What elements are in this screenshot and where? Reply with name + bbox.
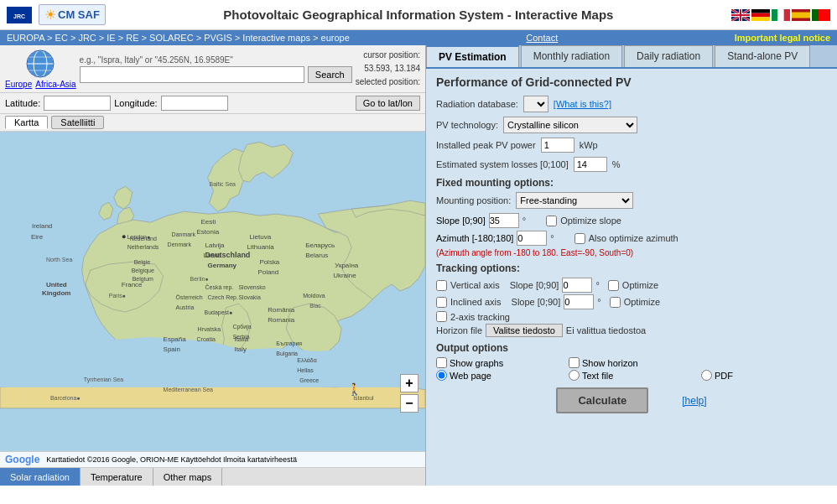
- show-graphs-option[interactable]: Show graphs: [436, 357, 562, 368]
- radiation-db-select[interactable]: [523, 96, 548, 112]
- svg-text:Ukraine: Ukraine: [333, 272, 356, 279]
- zoom-out-button[interactable]: −: [400, 394, 418, 413]
- svg-text:Barcelona●: Barcelona●: [50, 395, 81, 401]
- it-flag-icon: [772, 9, 790, 21]
- mounting-position-label: Mounting position:: [436, 195, 511, 205]
- horizon-file-button[interactable]: Valitse tiedosto: [486, 324, 563, 337]
- optimize-v-checkbox[interactable]: [608, 280, 619, 291]
- flag-icons: [731, 9, 830, 21]
- installed-peak-row: Installed peak PV power kWp: [436, 138, 827, 153]
- tab-pv-estimation[interactable]: PV Estimation: [426, 45, 519, 67]
- svg-point-87: [122, 235, 126, 238]
- legal-link[interactable]: Important legal notice: [735, 33, 830, 43]
- azimuth-note: (Azimuth angle from -180 to 180. East=-9…: [436, 248, 827, 257]
- africa-asia-link[interactable]: Africa-Asia: [35, 80, 75, 89]
- show-graphs-checkbox[interactable]: [436, 357, 447, 368]
- contact-link[interactable]: Contact: [526, 33, 558, 43]
- output-options: Show graphs Show horizon Web page Text f…: [436, 357, 827, 381]
- text-file-option[interactable]: Text file: [569, 370, 694, 381]
- two-axis-checkbox[interactable]: [436, 311, 447, 322]
- tab-temperature[interactable]: Temperature: [81, 468, 153, 486]
- map-attribution: Google Karttatiedot ©2016 Google, ORION-…: [0, 451, 425, 467]
- vertical-axis-row: Vertical axis Slope [0;90] ° Optimize: [436, 278, 827, 293]
- svg-text:Latvia: Latvia: [204, 252, 222, 259]
- tab-solar-radiation[interactable]: Solar radiation: [0, 468, 81, 486]
- mounting-position-select[interactable]: Free-standing: [516, 192, 633, 209]
- svg-text:North Sea: North Sea: [46, 257, 73, 262]
- calculate-button[interactable]: Calculate: [556, 387, 648, 413]
- latitude-input[interactable]: [44, 96, 111, 111]
- search-input[interactable]: [80, 66, 304, 83]
- goto-button[interactable]: Go to lat/lon: [356, 96, 420, 111]
- search-hint: e.g., "Ispra, Italy" or "45.256N, 16.958…: [80, 55, 352, 65]
- slope-row: Slope [0;90] ° Optimize slope: [436, 213, 827, 228]
- svg-text:Czech Rep.: Czech Rep.: [208, 294, 238, 301]
- show-horizon-option[interactable]: Show horizon: [569, 357, 694, 368]
- pdf-option[interactable]: PDF: [701, 370, 827, 381]
- installed-peak-input[interactable]: [541, 138, 574, 153]
- inclined-axis-label: Inclined axis: [450, 297, 502, 307]
- slope-input[interactable]: [489, 213, 519, 228]
- slope-v-label: Slope [0;90]: [510, 280, 559, 290]
- svg-text:Germany: Germany: [208, 262, 237, 269]
- optimize-slope-checkbox[interactable]: [546, 216, 557, 226]
- svg-text:Poland: Poland: [257, 268, 278, 276]
- vertical-axis-label: Vertical axis: [450, 280, 500, 290]
- search-field-area: e.g., "Ispra, Italy" or "45.256N, 16.958…: [80, 55, 352, 83]
- eu-flag: JRC: [7, 7, 32, 23]
- horizon-row: Horizon file Valitse tiedosto Ei valittu…: [436, 324, 827, 337]
- horizon-file-label: Horizon file: [436, 325, 482, 335]
- svg-text:Polska: Polska: [259, 258, 279, 266]
- optimize-i-checkbox[interactable]: [610, 297, 621, 308]
- svg-text:Croatia: Croatia: [197, 336, 216, 342]
- system-losses-row: Estimated system losses [0;100] %: [436, 157, 827, 172]
- tab-standalone-pv[interactable]: Stand-alone PV: [715, 45, 810, 67]
- what-is-this-link[interactable]: [What is this?]: [554, 99, 611, 109]
- show-graphs-label: Show graphs: [450, 358, 503, 368]
- text-file-radio[interactable]: [569, 370, 580, 381]
- inclined-axis-checkbox[interactable]: [436, 297, 447, 308]
- svg-text:Eire: Eire: [31, 233, 44, 241]
- mounting-position-row: Mounting position: Free-standing: [436, 192, 827, 209]
- tab-satelliitti[interactable]: Satelliitti: [51, 116, 104, 129]
- pdf-radio[interactable]: [701, 370, 712, 381]
- tab-other-maps[interactable]: Other maps: [153, 468, 222, 486]
- system-losses-input[interactable]: [574, 157, 607, 172]
- optimize-azimuth-checkbox[interactable]: [574, 233, 585, 244]
- svg-text:Paris●: Paris●: [109, 293, 126, 299]
- pv-technology-select[interactable]: Crystalline silicon: [503, 117, 637, 133]
- azimuth-unit: °: [550, 233, 554, 243]
- search-button[interactable]: Search: [308, 66, 352, 83]
- map-svg: United Kingdom France España Spain Deuts…: [0, 132, 425, 467]
- slope-i-input[interactable]: [564, 294, 594, 309]
- web-page-radio[interactable]: [436, 370, 447, 381]
- longitude-input[interactable]: [161, 96, 228, 111]
- tab-kartta[interactable]: Kartta: [5, 116, 48, 129]
- svg-text:България: България: [276, 340, 302, 347]
- svg-text:Belgie: Belgie: [134, 259, 150, 266]
- svg-text:Denmark: Denmark: [168, 242, 192, 247]
- azimuth-input[interactable]: [517, 231, 547, 246]
- slope-v-input[interactable]: [562, 278, 592, 293]
- azimuth-label: Azimuth [-180;180]: [436, 233, 513, 243]
- web-page-option[interactable]: Web page: [436, 370, 562, 381]
- action-row: Calculate [help]: [436, 387, 827, 413]
- two-axis-label: 2-axis tracking: [450, 312, 510, 322]
- page-title: Photovoltaic Geographical Information Sy…: [106, 8, 731, 22]
- svg-rect-10: [731, 14, 750, 16]
- svg-text:Slovensko: Slovensko: [238, 284, 265, 290]
- pv-title: Performance of Grid-connected PV: [436, 75, 827, 89]
- tab-monthly-radiation[interactable]: Monthly radiation: [521, 45, 622, 67]
- kwp-unit: kWp: [580, 140, 598, 150]
- svg-text:Berlin●: Berlin●: [190, 276, 209, 282]
- svg-text:Србија: Србија: [232, 324, 251, 330]
- svg-text:Hellas: Hellas: [297, 367, 314, 373]
- breadcrumb: EUROPA > EC > JRC > IE > RE > SOLAREC > …: [0, 30, 837, 45]
- zoom-in-button[interactable]: +: [400, 374, 418, 392]
- tab-daily-radiation[interactable]: Daily radiation: [624, 45, 713, 67]
- help-link[interactable]: [help]: [682, 395, 706, 407]
- vertical-axis-checkbox[interactable]: [436, 280, 447, 291]
- europe-link[interactable]: Europe: [5, 80, 32, 89]
- map-container[interactable]: United Kingdom France España Spain Deuts…: [0, 132, 425, 467]
- show-horizon-checkbox[interactable]: [569, 357, 580, 368]
